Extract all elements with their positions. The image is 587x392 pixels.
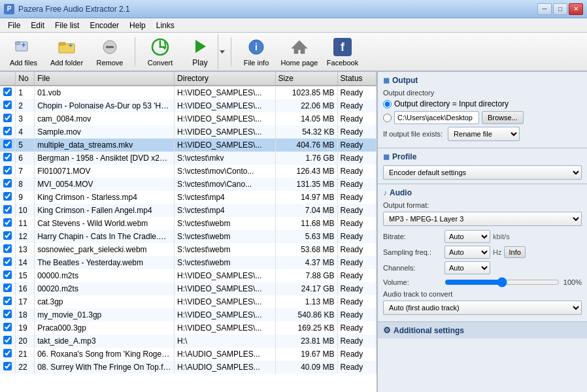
table-row[interactable]: 1600020.m2tsH:\VIDEO_SAMPLES\...24.17 GB… — [0, 282, 377, 295]
menu-encoder[interactable]: Encoder — [84, 20, 124, 31]
menu-help[interactable]: Help — [124, 20, 151, 31]
sampling-row: Sampling freq.: Auto Hz Info — [383, 246, 582, 259]
bitrate-select[interactable]: Auto — [444, 230, 490, 243]
file-no: 1 — [16, 86, 35, 99]
table-row[interactable]: 2Chopin - Polonaise As-Dur op 53 'Heroi.… — [0, 99, 377, 112]
maximize-button[interactable]: □ — [553, 3, 567, 15]
file-checkbox[interactable] — [3, 349, 12, 357]
file-checkbox[interactable] — [3, 218, 12, 227]
file-scroll-area[interactable]: No File Directory Size Status 101.vobH:\… — [0, 72, 377, 392]
custom-dir-input[interactable] — [394, 111, 479, 124]
audio-section-header[interactable]: ♪ Audio — [383, 188, 582, 197]
play-dropdown-button[interactable] — [218, 34, 227, 69]
file-checkbox[interactable] — [3, 297, 12, 305]
browse-button[interactable]: Browse... — [482, 111, 524, 124]
table-row[interactable]: 12Harry Chapin - Cats In The Cradle.webm… — [0, 230, 377, 243]
menu-file[interactable]: File — [3, 20, 25, 31]
table-row[interactable]: 14The Beatles - Yesterday.webmS:\vctest\… — [0, 256, 377, 269]
file-checkbox[interactable] — [3, 231, 12, 240]
file-checkbox[interactable] — [3, 140, 12, 148]
add-files-button[interactable]: + Add files — [3, 34, 44, 69]
file-checkbox-cell — [0, 125, 16, 139]
file-checkbox[interactable] — [3, 362, 12, 370]
profile-section-header[interactable]: ◼ Profile — [383, 152, 582, 161]
menu-file-list[interactable]: File list — [50, 20, 84, 31]
table-row[interactable]: 7FI010071.MOVS:\vctest\mov\Conto...126.4… — [0, 165, 377, 178]
table-row[interactable]: 20takt_side_A.mp3H:\23.81 MBReady — [0, 335, 377, 348]
file-checkbox[interactable] — [3, 284, 12, 292]
table-row[interactable]: 4Sample.movH:\VIDEO_SAMPLES\...54.32 KBR… — [0, 125, 377, 139]
remove-button[interactable]: Remove — [89, 34, 131, 69]
table-row[interactable]: 2208. Surrey With The Fringe On Top.flac… — [0, 361, 377, 374]
file-checkbox[interactable] — [3, 166, 12, 174]
profile-select[interactable]: Encoder default settings — [383, 165, 582, 180]
table-row[interactable]: 13sosnowiec_park_sielecki.webmS:\vctest\… — [0, 243, 377, 256]
file-checkbox[interactable] — [3, 205, 12, 214]
file-checkbox[interactable] — [3, 101, 12, 109]
file-checkbox[interactable] — [3, 153, 12, 161]
if-exists-row: If output file exists: Rename file Overw… — [383, 127, 582, 141]
output-section-header[interactable]: ◼ Output — [383, 76, 582, 85]
file-checkbox[interactable] — [3, 310, 12, 318]
facebook-button[interactable]: f Facebook — [322, 34, 363, 69]
table-row[interactable]: 5multiple_data_streams.mkvH:\VIDEO_SAMPL… — [0, 139, 377, 152]
play-button[interactable]: Play — [182, 34, 218, 69]
table-row[interactable]: 101.vobH:\VIDEO_SAMPLES\...1023.85 MBRea… — [0, 86, 377, 99]
volume-slider[interactable] — [444, 277, 560, 287]
file-checkbox[interactable] — [3, 336, 12, 344]
channels-label: Channels: — [383, 264, 442, 272]
table-row[interactable]: 17cat.3gpH:\VIDEO_SAMPLES\...1.13 MBRead… — [0, 295, 377, 308]
minimize-button[interactable]: ─ — [537, 3, 552, 15]
table-row[interactable]: 9King Crimson - Starless.mp4S:\vctest\mp… — [0, 191, 377, 204]
table-row[interactable]: 2106. Roxana's Song from 'King Roger'.fl… — [0, 348, 377, 361]
file-no: 18 — [16, 308, 35, 321]
file-size: 14.97 MB — [275, 191, 337, 204]
audio-track-select[interactable]: Auto (first audio track) — [383, 301, 582, 315]
file-checkbox[interactable] — [3, 244, 12, 253]
sampling-select[interactable]: Auto — [444, 246, 490, 259]
file-name: Cat Stevens - Wild World.webm — [35, 217, 175, 230]
file-checkbox[interactable] — [3, 88, 12, 96]
file-checkbox[interactable] — [3, 114, 12, 122]
header-directory[interactable]: Directory — [175, 72, 275, 86]
convert-button[interactable]: Convert — [139, 34, 181, 69]
table-row[interactable]: 11Cat Stevens - Wild World.webmS:\vctest… — [0, 217, 377, 230]
radio-custom-dir[interactable] — [383, 114, 392, 122]
file-status: Ready — [337, 165, 376, 178]
close-button[interactable]: ✕ — [569, 3, 583, 15]
table-row[interactable]: 3cam_0084.movH:\VIDEO_SAMPLES\...14.05 M… — [0, 112, 377, 125]
header-status[interactable]: Status — [337, 72, 376, 86]
output-format-select[interactable]: MP3 - MPEG-1 Layer 3 — [383, 212, 582, 226]
file-checkbox[interactable] — [3, 179, 12, 188]
file-checkbox[interactable] — [3, 270, 12, 279]
table-row[interactable]: 18my_movie_01.3gpH:\VIDEO_SAMPLES\...540… — [0, 308, 377, 321]
radio-input-dir[interactable] — [383, 100, 392, 108]
file-info-button[interactable]: i File info — [235, 34, 277, 69]
file-no: 19 — [16, 321, 35, 335]
channels-select[interactable]: Auto — [444, 261, 490, 274]
file-checkbox[interactable] — [3, 323, 12, 331]
file-checkbox[interactable] — [3, 257, 12, 266]
if-exists-select[interactable]: Rename file Overwrite file Skip file — [448, 127, 520, 141]
file-checkbox[interactable] — [3, 192, 12, 201]
home-page-button[interactable]: Home page — [278, 34, 320, 69]
file-no: 2 — [16, 99, 35, 112]
header-no[interactable]: No — [16, 72, 35, 86]
info-button[interactable]: Info — [504, 246, 525, 258]
table-row[interactable]: 8MVI_0054.MOVS:\vctest\mov\Cano...131.35… — [0, 178, 377, 191]
table-row[interactable]: 6Bergman - 1958 - Ansiktet [DVD x264 ...… — [0, 152, 377, 165]
menu-edit[interactable]: Edit — [25, 20, 50, 31]
add-folder-button[interactable]: + Add folder — [46, 34, 88, 69]
file-directory: S:\vctest\webm — [175, 256, 275, 269]
table-row[interactable]: 10King Crimson - Fallen Angel.mp4S:\vcte… — [0, 204, 377, 217]
header-file[interactable]: File — [35, 72, 175, 86]
file-checkbox[interactable] — [3, 127, 12, 135]
additional-settings-section[interactable]: ⚙ Additional settings — [378, 322, 587, 338]
table-row[interactable]: 1500000.m2tsH:\VIDEO_SAMPLES\...7.88 GBR… — [0, 269, 377, 282]
file-name: Sample.mov — [35, 125, 175, 139]
menu-links[interactable]: Links — [151, 20, 180, 31]
file-size: 7.04 MB — [275, 204, 337, 217]
header-size[interactable]: Size — [275, 72, 337, 86]
table-row[interactable]: 19Praca000.3gpH:\VIDEO_SAMPLES\...169.25… — [0, 321, 377, 335]
file-size: 53.68 MB — [275, 243, 337, 256]
